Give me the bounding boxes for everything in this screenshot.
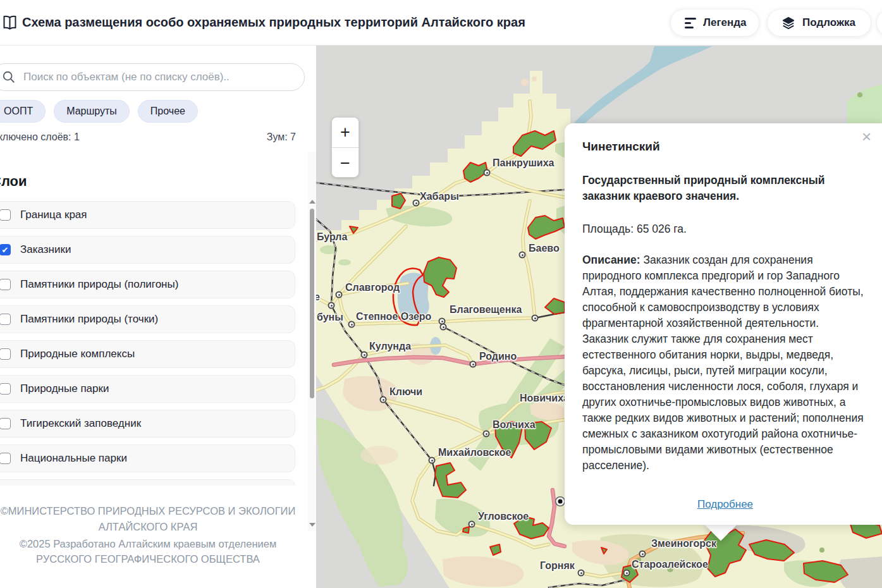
layer-item[interactable]: Национальные парки: [0, 444, 295, 472]
layer-item[interactable]: [0, 479, 295, 486]
zoom-in-button[interactable]: +: [332, 118, 358, 148]
zoom-level-text: Зум: 7: [267, 132, 296, 143]
popup-subtitle: Государственный природный комплексный за…: [582, 173, 848, 205]
layer-label: Национальные парки: [20, 452, 127, 465]
layers-list: Граница края Заказники Памятники природы…: [0, 201, 295, 486]
layer-label: Тигирекский заповедник: [20, 417, 141, 430]
layer-checkbox[interactable]: [0, 348, 11, 360]
extra-header-button[interactable]: [876, 9, 882, 37]
layer-item[interactable]: Тигирекский заповедник: [0, 410, 295, 438]
popup-description-label: Описание:: [582, 254, 640, 266]
layer-checkbox[interactable]: [0, 383, 11, 395]
popup-description: Описание: Заказник создан для сохранения…: [582, 252, 868, 474]
chip-routes[interactable]: Маршруты: [54, 100, 130, 123]
status-row: Включено слоёв: 1 Зум: 7: [0, 132, 305, 143]
sidebar-scrollbar-thumb[interactable]: [310, 209, 314, 398]
layer-label: Природные комплексы: [20, 348, 135, 360]
zoom-control: + −: [331, 117, 359, 178]
sidebar-footer: ©МИНИСТЕРСТВО ПРИРОДНЫХ РЕСУРСОВ И ЭКОЛО…: [0, 503, 305, 568]
layers-heading: Слои: [0, 173, 27, 190]
layer-checkbox[interactable]: [0, 418, 11, 429]
search-icon: [2, 70, 16, 84]
page-title: Схема размещения особо охраняемых природ…: [22, 15, 525, 30]
search-box: [0, 63, 305, 91]
chip-oopt[interactable]: ООПТ: [0, 100, 46, 123]
legend-button-label: Легенда: [703, 16, 746, 29]
search-input[interactable]: [23, 71, 264, 83]
layer-label: Памятники природы (точки): [20, 313, 158, 326]
popup-area-value: Площадь: 65 026 га.: [582, 223, 867, 236]
basemap-button-label: Подложка: [802, 16, 855, 29]
filter-chips: ООПТ Маршруты Прочее: [0, 100, 198, 123]
basemap-button[interactable]: Подложка: [767, 9, 871, 37]
legend-icon: [685, 18, 696, 28]
scrollbar-up-arrow[interactable]: [309, 200, 315, 204]
popup-title: Чинетинский: [582, 140, 867, 154]
zoom-out-button[interactable]: −: [332, 148, 358, 178]
app-header: Схема размещения особо охраняемых природ…: [0, 0, 882, 46]
layer-checkbox[interactable]: [0, 314, 11, 325]
close-icon[interactable]: ×: [862, 128, 871, 145]
layer-item[interactable]: Граница края: [0, 201, 295, 229]
layer-label: Заказники: [20, 243, 71, 256]
layer-checkbox[interactable]: [0, 453, 11, 464]
layers-enabled-count: Включено слоёв: 1: [0, 132, 80, 142]
layer-item[interactable]: Памятники природы (точки): [0, 305, 295, 333]
layer-label: Граница края: [20, 209, 87, 221]
book-icon: [1, 14, 18, 31]
popup-description-text: Заказник создан для сохранения природног…: [582, 254, 864, 472]
sidebar: ООПТ Маршруты Прочее Включено слоёв: 1 З…: [0, 46, 316, 588]
layer-item[interactable]: Природные комплексы: [0, 340, 295, 368]
layer-item[interactable]: Памятники природы (полигоны): [0, 271, 295, 298]
scrollbar-down-arrow[interactable]: [309, 523, 315, 527]
layer-label: Природные парки: [20, 383, 109, 395]
layer-item[interactable]: Природные парки: [0, 375, 295, 403]
legend-button[interactable]: Легенда: [670, 9, 759, 37]
layer-checkbox[interactable]: [0, 209, 11, 221]
more-link[interactable]: Подробнее: [697, 498, 753, 510]
feature-popup: × Чинетинский Государственный природный …: [565, 123, 882, 525]
layer-label: Памятники природы (полигоны): [20, 278, 178, 291]
layer-item[interactable]: Заказники: [0, 236, 295, 264]
layer-checkbox[interactable]: [0, 279, 11, 290]
footer-ministry: ©МИНИСТЕРСТВО ПРИРОДНЫХ РЕСУРСОВ И ЭКОЛО…: [0, 503, 305, 535]
layers-icon: [781, 16, 795, 30]
chip-other[interactable]: Прочее: [138, 100, 198, 123]
footer-copyright: ©2025 Разработано Алтайским краевым отде…: [0, 536, 305, 568]
layer-checkbox[interactable]: [0, 244, 11, 255]
